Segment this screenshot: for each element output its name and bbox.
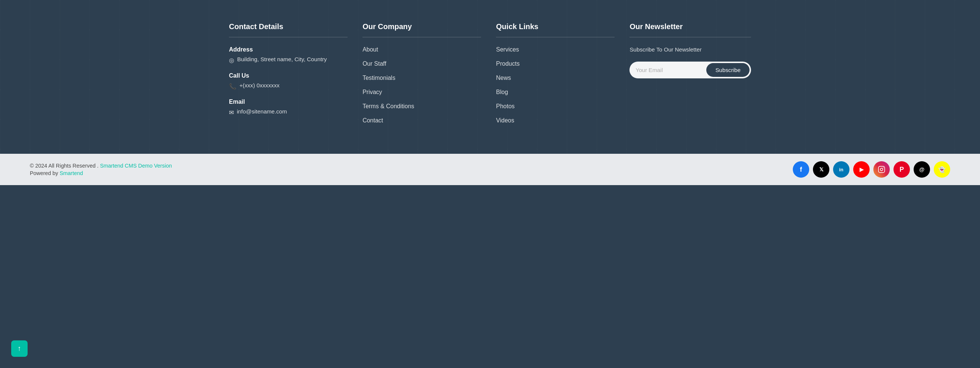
contact-title: Contact Details xyxy=(229,22,348,31)
location-icon: ◎ xyxy=(229,56,234,65)
footer-main: Contact Details Address ◎ Building, Stre… xyxy=(0,0,980,154)
facebook-icon[interactable]: f xyxy=(793,161,809,178)
copyright-year: © 2024 All Rights Reserved . xyxy=(30,163,99,169)
instagram-icon[interactable] xyxy=(873,161,890,178)
call-block: Call Us 📞 +(xxx) 0xxxxxxx xyxy=(229,72,348,91)
company-link-our-staff[interactable]: Our Staff xyxy=(363,61,481,67)
newsletter-subscribe-button[interactable]: Subscribe xyxy=(706,63,749,77)
youtube-icon[interactable]: ▶ xyxy=(853,161,870,178)
address-block: Address ◎ Building, Street name, City, C… xyxy=(229,46,348,65)
newsletter-title: Our Newsletter xyxy=(630,22,751,31)
brand-link[interactable]: Smartend CMS Demo Version xyxy=(100,163,172,169)
newsletter-section: Our Newsletter Subscribe To Our Newslett… xyxy=(630,22,751,131)
newsletter-email-input[interactable] xyxy=(635,64,706,76)
company-link-about[interactable]: About xyxy=(363,46,481,53)
copyright-text: © 2024 All Rights Reserved . Smartend CM… xyxy=(30,163,172,169)
svg-point-2 xyxy=(883,167,884,168)
powered-link[interactable]: Smartend xyxy=(60,170,83,176)
phone-icon: 📞 xyxy=(229,82,236,91)
email-block: Email ✉ info@sitename.com xyxy=(229,99,348,117)
company-link-testimonials[interactable]: Testimonials xyxy=(363,75,481,82)
footer-bottom: © 2024 All Rights Reserved . Smartend CM… xyxy=(0,154,980,185)
social-icons-container: f 𝕏 in ▶ P @ 👻 xyxy=(793,161,950,178)
footer-bottom-left: © 2024 All Rights Reserved . Smartend CM… xyxy=(30,163,172,176)
company-link-contact[interactable]: Contact xyxy=(363,117,481,124)
address-label: Address xyxy=(229,46,348,53)
snapchat-icon[interactable]: 👻 xyxy=(934,161,950,178)
quick-link-photos[interactable]: Photos xyxy=(496,103,614,110)
threads-icon[interactable]: @ xyxy=(914,161,930,178)
powered-by-text: Powered by Smartend xyxy=(30,170,172,176)
newsletter-subtitle: Subscribe To Our Newsletter xyxy=(630,46,751,53)
company-link-privacy[interactable]: Privacy xyxy=(363,89,481,96)
quick-links-section: Quick Links Services Products News Blog … xyxy=(496,22,614,131)
call-value: +(xxx) 0xxxxxxx xyxy=(239,82,280,90)
svg-point-1 xyxy=(880,168,883,171)
email-label: Email xyxy=(229,99,348,105)
quick-link-products[interactable]: Products xyxy=(496,61,614,67)
company-link-terms[interactable]: Terms & Conditions xyxy=(363,103,481,110)
x-twitter-icon[interactable]: 𝕏 xyxy=(813,161,829,178)
newsletter-form: Subscribe xyxy=(630,62,751,78)
linkedin-icon[interactable]: in xyxy=(833,161,850,178)
our-company-title: Our Company xyxy=(363,22,481,31)
quick-links-title: Quick Links xyxy=(496,22,614,31)
quick-link-videos[interactable]: Videos xyxy=(496,117,614,124)
call-label: Call Us xyxy=(229,72,348,79)
email-value: info@sitename.com xyxy=(237,107,287,116)
call-row: 📞 +(xxx) 0xxxxxxx xyxy=(229,82,348,91)
quick-link-news[interactable]: News xyxy=(496,75,614,82)
quick-link-blog[interactable]: Blog xyxy=(496,89,614,96)
contact-section: Contact Details Address ◎ Building, Stre… xyxy=(229,22,348,131)
address-row: ◎ Building, Street name, City, Country xyxy=(229,55,348,65)
quick-link-services[interactable]: Services xyxy=(496,46,614,53)
svg-rect-0 xyxy=(878,166,885,173)
address-value: Building, Street name, City, Country xyxy=(237,55,327,64)
our-company-section: Our Company About Our Staff Testimonials… xyxy=(363,22,481,131)
email-icon: ✉ xyxy=(229,108,234,117)
pinterest-icon[interactable]: P xyxy=(894,161,910,178)
email-row: ✉ info@sitename.com xyxy=(229,107,348,117)
